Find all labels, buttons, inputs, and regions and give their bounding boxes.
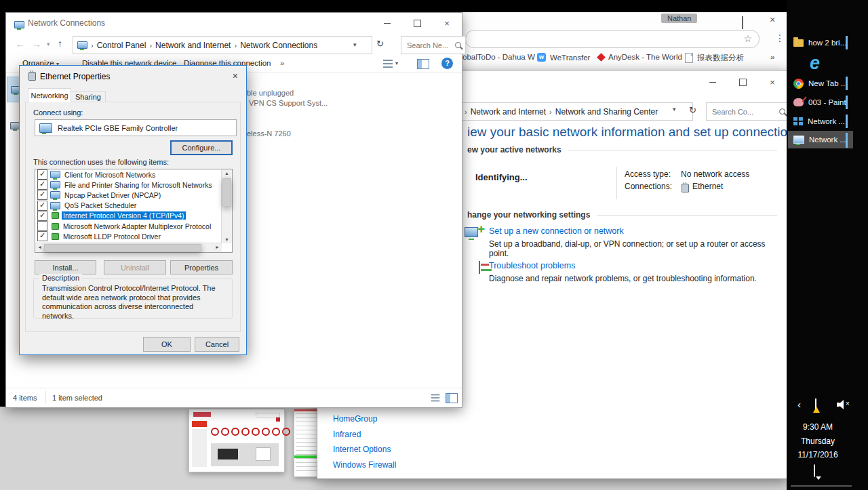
ok-button[interactable]: OK: [143, 337, 191, 352]
search-input[interactable]: [711, 107, 776, 117]
tray-expand-chevron[interactable]: ‹: [797, 399, 801, 410]
bookmark-star-icon[interactable]: ☆: [743, 33, 752, 44]
item-checkbox[interactable]: [37, 221, 47, 231]
see-also-link[interactable]: Internet Options: [333, 445, 396, 454]
taskbar-clock[interactable]: 9:30 AM Thursday 11/17/2016: [787, 420, 849, 462]
bookmark-item[interactable]: obalToDo - Dahua W: [462, 53, 535, 61]
horizontal-scrollbar[interactable]: ◄ ►: [35, 243, 222, 252]
breadcrumb[interactable]: › Control Panel › Network and Internet ›…: [73, 36, 372, 54]
close-button[interactable]: ×: [770, 14, 775, 25]
breadcrumb-segment[interactable]: Network and Internet: [155, 41, 231, 50]
bookmark-item[interactable]: AnyDesk - The World: [598, 53, 682, 61]
action-center-icon[interactable]: [814, 464, 815, 477]
access-type-value: No network access: [681, 169, 749, 179]
search-icon: [455, 42, 461, 48]
close-button[interactable]: ×: [757, 70, 787, 94]
details-view-icon[interactable]: [431, 394, 440, 402]
close-icon[interactable]: ×: [233, 70, 238, 81]
connection-item[interactable]: Npcap Packet Driver (NPCAP): [35, 190, 232, 200]
taskbar-item-network-sharing-center[interactable]: Network ...: [788, 131, 853, 148]
maximize-button[interactable]: [728, 70, 757, 94]
view-dropdown-icon[interactable]: ▾: [395, 60, 398, 66]
search-input[interactable]: [406, 41, 452, 50]
vertical-scrollbar[interactable]: ▲ ▼: [221, 169, 232, 243]
connection-item[interactable]: Client for Microsoft Networks: [35, 169, 232, 180]
connection-text-fragment: VPN CS Support Syst...: [249, 99, 328, 107]
taskbar-item-network-connections[interactable]: Network ...: [788, 113, 868, 130]
forward-icon[interactable]: →: [32, 39, 41, 49]
back-icon[interactable]: ←: [16, 39, 25, 49]
refresh-icon[interactable]: ↻: [689, 105, 696, 115]
desktop-thumbnail-dahua-webpage[interactable]: [189, 409, 285, 472]
bookmark-item[interactable]: w WeTransfer: [537, 53, 590, 62]
breadcrumb-dropdown-icon[interactable]: ▾: [673, 106, 676, 113]
taskbar-item-chrome[interactable]: New Tab ...: [788, 75, 868, 92]
uninstall-button[interactable]: Uninstall: [104, 260, 166, 274]
breadcrumb-segment[interactable]: Network and Internet: [471, 107, 546, 117]
connection-item[interactable]: File and Printer Sharing for Microsoft N…: [35, 180, 232, 190]
properties-button[interactable]: Properties: [170, 260, 233, 274]
taskbar-item-paint[interactable]: 003 - Paint: [788, 94, 868, 111]
taskbar-item-folder[interactable]: how 2 bri...: [788, 34, 868, 52]
setup-connection-link[interactable]: Set up a new connection or network: [489, 226, 624, 236]
item-checkbox[interactable]: [37, 169, 47, 180]
preview-pane-icon[interactable]: [417, 59, 429, 69]
connect-using-label: Connect using:: [33, 108, 83, 117]
page-title: iew your basic network information and s…: [467, 125, 801, 140]
tab-networking[interactable]: Networking: [28, 88, 71, 102]
minimize-button[interactable]: [372, 13, 402, 33]
connection-item[interactable]: Microsoft Network Adapter Multiplexor Pr…: [35, 221, 232, 231]
access-type-label: Access type:: [625, 169, 671, 179]
up-icon[interactable]: ↑: [58, 38, 62, 49]
change-view-icon[interactable]: [383, 60, 393, 68]
item-checkbox[interactable]: [37, 190, 47, 200]
breadcrumb-segment[interactable]: Control Panel: [97, 41, 146, 50]
breadcrumb-segment[interactable]: Network and Sharing Center: [555, 107, 658, 117]
item-checkbox[interactable]: [37, 180, 47, 190]
ethernet-link[interactable]: Ethernet: [692, 182, 723, 191]
connection-item[interactable]: Internet Protocol Version 4 (TCP/IPv4): [35, 211, 232, 221]
address-bar[interactable]: ☆: [465, 30, 760, 48]
breadcrumb[interactable]: › Network and Internet › Network and Sha…: [460, 102, 693, 121]
browser-menu-icon[interactable]: ⋮: [775, 33, 785, 43]
breadcrumb-dropdown-icon[interactable]: ▾: [353, 41, 357, 48]
item-checkbox[interactable]: [37, 231, 47, 241]
search-box[interactable]: [401, 36, 466, 54]
toolbar-overflow-chevron[interactable]: »: [280, 59, 284, 67]
network-name: Identifying...: [475, 172, 528, 182]
item-checkbox[interactable]: [37, 201, 47, 211]
browser-profile-badge[interactable]: Nathan: [661, 14, 697, 23]
breadcrumb-segment[interactable]: Network Connections: [240, 41, 317, 50]
window-icon: [14, 21, 24, 28]
cancel-button[interactable]: Cancel: [195, 337, 239, 352]
tab-sharing[interactable]: Sharing: [71, 91, 106, 102]
install-button[interactable]: Install...: [35, 260, 96, 274]
recent-locations-icon[interactable]: ▾: [47, 41, 50, 47]
item-label: Microsoft Network Adapter Multiplexor Pr…: [62, 222, 212, 230]
bookmarks-overflow-chevron[interactable]: »: [770, 53, 774, 61]
item-label: Internet Protocol Version 4 (TCP/IPv4): [62, 211, 186, 220]
maximize-button[interactable]: [402, 13, 432, 33]
taskbar-item-internet-explorer[interactable]: e: [788, 54, 868, 72]
troubleshoot-link[interactable]: Troubleshoot problems: [489, 261, 575, 270]
see-also-link[interactable]: HomeGroup: [333, 414, 396, 424]
see-also-link[interactable]: Windows Firewall: [333, 460, 396, 470]
bookmark-item[interactable]: 报表数据分析: [685, 53, 744, 63]
restore-button[interactable]: [742, 17, 743, 29]
desktop-thumbnail-spreadsheet[interactable]: [294, 409, 319, 477]
close-button[interactable]: ×: [432, 13, 462, 33]
connection-item[interactable]: QoS Packet Scheduler: [35, 201, 232, 211]
configure-button[interactable]: Configure...: [170, 140, 233, 155]
connection-item[interactable]: Microsoft LLDP Protocol Driver: [35, 231, 232, 241]
help-icon[interactable]: ?: [441, 58, 453, 69]
connection-items-list[interactable]: ▲ ▼ ◄ ► Client for Microsoft Networks Fi…: [35, 169, 233, 253]
minimize-button[interactable]: [698, 70, 728, 94]
taskbar: how 2 bri... e New Tab ... 003 - Paint N…: [787, 0, 868, 490]
description-groupbox: Description Transmission Control Protoco…: [33, 278, 233, 319]
refresh-icon[interactable]: ↻: [376, 39, 384, 49]
network-warning-tray-icon[interactable]: [815, 399, 816, 411]
see-also-link[interactable]: Infrared: [333, 430, 396, 439]
item-checkbox[interactable]: [37, 211, 47, 221]
large-icons-view-icon[interactable]: [446, 393, 458, 403]
search-box[interactable]: [706, 102, 790, 121]
